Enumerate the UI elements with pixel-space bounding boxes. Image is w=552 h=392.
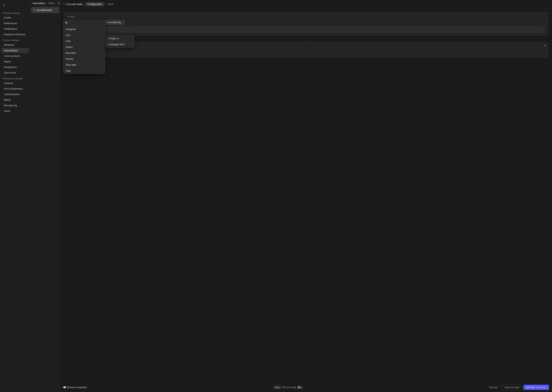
submenu-item-assign-to[interactable]: Assign to	[106, 35, 134, 41]
automation-body: ✳ When A task 's parent task is created …	[60, 8, 552, 382]
tab-status-label[interactable]: Status	[48, 2, 55, 5]
close-button[interactable]: ✕	[543, 43, 546, 47]
then-label: ⇩ Then	[67, 45, 545, 48]
set-live-shortcut: Cmd+Enter	[536, 386, 546, 389]
main-content: ✳ Accredit tasks Configuration Runs ✳ Wh…	[60, 0, 552, 392]
sidebar-item-integrations[interactable]: Integrations	[1, 64, 29, 70]
sidebar-item-billing[interactable]: Billing	[1, 97, 29, 102]
sidebar-item-general[interactable]: General	[1, 81, 29, 86]
sidebar-item-keyboard-shortcuts[interactable]: Keyboard shortcuts	[1, 32, 29, 37]
menu-item-priority[interactable]: Priority ›	[63, 56, 105, 62]
sidebar-item-attributes[interactable]: Attributes	[1, 42, 29, 48]
save-draft-button[interactable]: Save as draft	[502, 385, 522, 390]
menu-item-tags[interactable]: Tags ›	[63, 68, 105, 74]
plus-icon: +	[271, 386, 273, 389]
bottom-left: 📖 Browse templates	[63, 386, 87, 389]
runs-toggle[interactable]	[297, 386, 303, 389]
set-live-label: Set live	[526, 386, 534, 389]
connector-line	[306, 38, 306, 42]
chevron-right-icon: ›	[102, 46, 103, 48]
user-pill[interactable]: BS Baked Studio	[67, 27, 545, 32]
when-sparkle-icon: ✳	[67, 15, 69, 18]
sidebar-item-chat-mentions[interactable]: Chat mentions	[1, 53, 29, 59]
search-icon: 🔍	[65, 22, 68, 25]
menu-item-status[interactable]: Status ›	[63, 44, 105, 50]
sidebar-item-automations[interactable]: Automations	[1, 48, 29, 53]
when-label: ✳ When	[67, 15, 545, 18]
set-live-button[interactable]: Set live Cmd+Enter	[523, 385, 549, 390]
header-sparkle-icon: ✳	[63, 3, 65, 6]
sidebar-item-task-forms[interactable]: Task forms	[1, 70, 29, 75]
sidebar-item-import[interactable]: Import	[1, 59, 29, 64]
middle-item-accredit-tasks[interactable]: ✳ Accredit tasks	[31, 7, 59, 13]
personal-settings-label: Personal settings	[0, 10, 30, 15]
book-icon: 📖	[63, 386, 66, 389]
when-card: ✳ When A task 's parent task is created …	[64, 12, 548, 35]
browse-templates-label: Browse templates	[67, 386, 87, 389]
sidebar-item-profile[interactable]: Profile	[1, 15, 29, 20]
sidebar-item-api-webhooks[interactable]: API & Webhooks	[1, 86, 29, 91]
middle-panel-tabs: Automations Status Runs	[33, 2, 63, 5]
bottom-right: Discard Save as draft Set live Cmd+Enter	[487, 385, 549, 390]
sidebar-item-users[interactable]: Users	[1, 108, 29, 113]
bottom-bar: 📖 Browse templates + New 0% runs used Di…	[60, 382, 552, 392]
tab-runs[interactable]: Runs	[105, 2, 116, 6]
automation-name: Accredit tasks	[66, 3, 83, 6]
menu-item-assignee[interactable]: Assignee ›	[63, 26, 105, 32]
workspace-settings-label: Workspace settings	[0, 75, 30, 80]
runs-used-label: 0% runs used	[282, 386, 296, 389]
tab-automations[interactable]: Automations	[33, 2, 45, 5]
discard-button[interactable]: Discard	[487, 385, 500, 390]
new-badge-row: + New 0% runs used	[271, 386, 302, 389]
menu-item-icon[interactable]: Icon ›	[63, 32, 105, 38]
middle-panel: Automations Status Runs ✳ Accredit tasks	[30, 0, 60, 392]
product-settings-label: Product settings	[0, 37, 30, 42]
sparkle-icon: ✳	[33, 9, 35, 12]
sidebar-item-preferences[interactable]: Preferences	[1, 21, 29, 26]
submenu: Assign to Unassign from	[106, 35, 134, 48]
middle-item-label: Accredit tasks	[36, 9, 52, 12]
submenu-item-unassign-from[interactable]: Unassign from	[106, 41, 134, 47]
back-button[interactable]	[0, 2, 30, 8]
automation-header: ✳ Accredit tasks Configuration Runs	[60, 0, 552, 8]
search-input[interactable]	[69, 22, 103, 25]
sidebar-item-security-log[interactable]: Security log	[1, 103, 29, 108]
chevron-right-icon: ›	[102, 58, 103, 60]
chevron-right-icon: ›	[102, 64, 103, 66]
chevron-right-icon: ›	[102, 52, 103, 54]
chevron-right-icon: ›	[102, 34, 103, 36]
menu-item-lists[interactable]: Lists ›	[63, 38, 105, 44]
new-badge: New	[274, 386, 281, 389]
add-to-row: Add to task 's assignees	[67, 49, 545, 54]
sidebar-item-authentication[interactable]: Authentication	[1, 92, 29, 97]
browse-templates-button[interactable]: 📖 Browse templates	[63, 386, 87, 389]
condition-row: A task 's parent task is created by...	[67, 20, 545, 25]
sidebar-item-notifications[interactable]: Notifications	[1, 26, 29, 31]
chevron-right-icon: ›	[102, 70, 103, 72]
created-by-badge[interactable]: is created by...	[105, 20, 125, 25]
dropdown-container: 🔍 Assignee › Icon › Lists › Status ›	[63, 20, 105, 74]
middle-panel-header: Automations Status Runs	[30, 0, 60, 7]
header-tabs: Configuration Runs	[85, 2, 116, 6]
search-input-row: 🔍	[63, 20, 105, 26]
menu-item-due-date[interactable]: Due date ›	[63, 50, 105, 56]
chevron-right-icon: ›	[102, 28, 103, 30]
search-dropdown: 🔍 Assignee › Icon › Lists › Status ›	[63, 20, 105, 74]
tab-configuration[interactable]: Configuration	[85, 2, 104, 6]
then-card: ⇩ Then ✕ Add to task 's assignees	[64, 42, 548, 57]
sidebar: Personal settings Profile Preferences No…	[0, 0, 30, 392]
chevron-right-icon: ›	[102, 40, 103, 42]
menu-item-start-date[interactable]: Start date ›	[63, 62, 105, 68]
automation-title: ✳ Accredit tasks	[63, 3, 83, 6]
